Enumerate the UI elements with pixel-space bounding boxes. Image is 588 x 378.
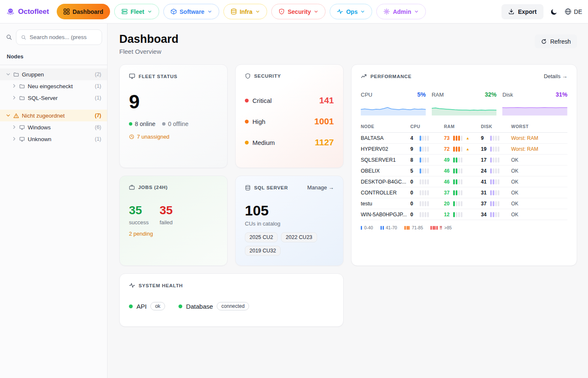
brand[interactable]: Octofleet (6, 7, 49, 16)
perf-table-row-sqlserver1[interactable]: SQLSERVER184917OK (361, 155, 567, 165)
performance-card: PERFORMANCE Details → CPU5%RAM32%Disk31%… (351, 64, 577, 266)
nav-software[interactable]: Software (163, 4, 219, 19)
nav-ops[interactable]: Ops (330, 4, 372, 19)
chevron-down-icon (255, 9, 260, 14)
level-bars (453, 147, 462, 152)
perf-table-row-desktop-b4gc[interactable]: DESKTOP-B4GC...04641OK (361, 176, 567, 187)
legend-label: 0-40 (364, 225, 373, 230)
chevron-right-icon (12, 136, 16, 142)
refresh-button[interactable]: Refresh (535, 34, 577, 48)
perf-table-row-obelix[interactable]: OBELIX54624OK (361, 165, 567, 176)
briefcase-icon (129, 184, 135, 190)
offline-status: 0 offline (162, 121, 189, 127)
dark-mode-toggle[interactable] (550, 8, 558, 16)
nav-security[interactable]: Security (271, 4, 326, 19)
shield-icon (278, 8, 285, 15)
language-switcher[interactable]: DE (564, 8, 582, 15)
perf-metric-cpu: CPU5% (361, 91, 426, 116)
tree-count: (7) (95, 113, 101, 118)
tree-group-label: Gruppen (22, 71, 44, 78)
sidebar-search-button[interactable] (6, 34, 12, 40)
health-status-dot (178, 304, 182, 308)
tree-item-windows[interactable]: Windows(6) (0, 121, 107, 133)
nav-admin[interactable]: Admin (376, 4, 426, 19)
nav-label: Fleet (131, 8, 144, 15)
export-label: Export (518, 8, 536, 15)
system-health-card: SYSTEM HEALTH APIokDatabaseconnected (119, 273, 344, 327)
tree-group-nicht-zugeordnet[interactable]: Nicht zugeordnet(7) (0, 110, 107, 121)
unassigned-status: 7 unassigned (129, 134, 218, 140)
worst-status: Worst: RAM (511, 135, 567, 141)
level-bars (420, 158, 429, 163)
jobs-pending: 2 pending (129, 231, 218, 237)
level-bars (420, 147, 429, 152)
folder-icon (19, 84, 25, 89)
brand-name: Octofleet (18, 8, 49, 16)
top-nav: Octofleet Dashboard Fleet Software (0, 0, 588, 24)
health-badge: ok (150, 302, 165, 310)
disk-cell: 24 (481, 168, 511, 174)
perf-table-row-baltasa[interactable]: BALTASA473▲9Worst: RAM (361, 133, 567, 144)
nav-dashboard[interactable]: Dashboard (57, 4, 110, 19)
ram-cell: 72▲ (444, 146, 481, 152)
severity-label: Medium (252, 139, 275, 146)
level-bars (453, 179, 462, 184)
cpu-cell: 8 (410, 157, 444, 163)
disk-cell: 41 (481, 179, 511, 185)
col-worst: WORST (511, 124, 567, 129)
nodes-section-header: Nodes (0, 50, 107, 65)
level-bars (490, 190, 499, 195)
tree-item-sql-server[interactable]: SQL-Server(1) (0, 92, 107, 104)
database-icon (231, 8, 237, 15)
health-label: API (136, 303, 147, 310)
moon-icon (550, 8, 558, 16)
severity-row-high: High1001 (245, 111, 334, 132)
export-button[interactable]: Export (501, 4, 543, 19)
perf-table-row-controller[interactable]: CONTROLLER03731OK (361, 187, 567, 198)
severity-dot (245, 141, 249, 144)
tree-item-neu-eingescheckt[interactable]: Neu eingescheckt(1) (0, 80, 107, 92)
details-link[interactable]: Details → (544, 73, 567, 79)
fleet-status-card: FLEET STATUS 9 8 online 0 offline (119, 64, 228, 168)
nav-fleet[interactable]: Fleet (114, 4, 159, 19)
level-bars (453, 190, 462, 195)
tree-item-label: Unknown (28, 136, 51, 142)
ram-cell: 73▲ (444, 135, 481, 141)
chevron-down-icon (6, 71, 10, 78)
level-bars (453, 201, 462, 206)
legend-label: 41-70 (386, 225, 397, 230)
perf-table-row-hyperv02[interactable]: HYPERV02972▲19Worst: RAM (361, 144, 567, 155)
card-title: JOBS (24H) (138, 185, 168, 190)
perf-metric-ram: RAM32% (432, 91, 497, 116)
nav-label: Admin (393, 8, 411, 15)
legend-bars (381, 226, 384, 230)
legend-item-0-40: 0-40 (361, 225, 373, 230)
severity-dot (245, 120, 249, 123)
alert-icon: ‼ (440, 226, 442, 230)
severity-row-medium: Medium1127 (245, 132, 334, 153)
ram-sparkline (432, 100, 497, 116)
folder-icon (19, 95, 25, 101)
legend-bars (430, 226, 438, 230)
nav-infra[interactable]: Infra (223, 4, 267, 19)
disk-sparkline (502, 100, 567, 116)
perf-table-row-win-5ab0hpgjp[interactable]: WIN-5AB0HPGJP...01234OK (361, 209, 567, 220)
node-name: HYPERV02 (361, 146, 410, 152)
perf-table-row-testu[interactable]: testu02037OK (361, 198, 567, 209)
search-icon (6, 34, 12, 40)
nav-label: Ops (346, 8, 357, 15)
tree-count: (1) (95, 83, 101, 89)
tree-count: (6) (95, 124, 101, 130)
chevron-down-icon (147, 9, 152, 14)
cu-badge: 2025 CU2 (245, 232, 278, 242)
manage-link[interactable]: Manage → (307, 184, 334, 191)
nav-label: Infra (240, 8, 252, 15)
metric-label: CPU (361, 92, 372, 98)
metric-label: Disk (502, 92, 513, 98)
node-name: BALTASA (361, 135, 410, 141)
node-search-input[interactable] (29, 34, 97, 40)
level-bars (453, 168, 462, 173)
tree-group-gruppen[interactable]: Gruppen(2) (0, 68, 107, 80)
chevron-down-icon (314, 9, 318, 14)
tree-item-unknown[interactable]: Unknown(1) (0, 133, 107, 145)
